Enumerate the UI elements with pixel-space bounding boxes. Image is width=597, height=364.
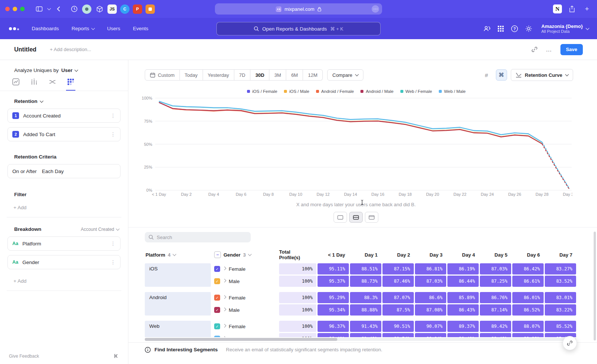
chart-type-select[interactable]: Retention Curve (511, 69, 573, 81)
share-icon[interactable] (567, 4, 577, 14)
retention-criteria-row[interactable]: On or After Each Day (7, 164, 121, 178)
series-checkbox[interactable]: ✓ (214, 295, 220, 301)
platform-cell[interactable]: iOS (145, 263, 211, 287)
breakdown-options-icon[interactable]: ⋮ (110, 241, 116, 247)
table-search-input[interactable]: Search (145, 232, 251, 242)
nav-item-dashboards[interactable]: Dashboards (32, 26, 59, 31)
notion-extension-icon[interactable]: N (553, 4, 562, 13)
breakdown-options-icon[interactable]: ⋮ (110, 259, 116, 265)
gender-column-header[interactable]: − Gender 3 (212, 251, 278, 258)
legend-item[interactable]: Web / Female (400, 89, 432, 94)
annotations-icon[interactable]: # (481, 69, 492, 81)
retention-value-cell[interactable]: 88.07% (512, 321, 544, 332)
nav-item-users[interactable]: Users (107, 26, 120, 31)
report-title[interactable]: Untitled (14, 46, 37, 53)
retention-value-cell[interactable]: 88.51% (350, 263, 381, 274)
copy-link-icon[interactable] (531, 46, 538, 53)
retention-value-cell[interactable]: 83.27% (545, 263, 576, 274)
retention-step-2[interactable]: 2 Added To Cart ⋮ (7, 127, 121, 141)
retention-value-cell[interactable]: 87.25% (480, 276, 511, 287)
legend-item[interactable]: iOS / Female (247, 89, 277, 94)
url-bar[interactable]: mixpanel.com ⋯ (215, 3, 382, 15)
retention-value-cell[interactable]: 86.43% (447, 304, 479, 316)
gender-cell[interactable]: ✓Male (212, 333, 278, 337)
retention-value-cell[interactable]: 86.44% (447, 276, 479, 287)
retention-value-cell[interactable]: 85.89% (447, 292, 479, 303)
tab-retention[interactable] (66, 78, 75, 91)
tab-flows[interactable] (48, 78, 57, 91)
step-options-icon[interactable]: ⋮ (110, 113, 116, 119)
retention-chart[interactable]: 0%25%50%75%100%< 1 DayDay 2Day 4Day 6Day… (140, 94, 572, 199)
series-checkbox[interactable]: ✓ (214, 336, 220, 337)
retention-value-cell[interactable]: 85.52% (545, 321, 576, 332)
breakdown-scope-select[interactable]: Account Created (81, 227, 119, 232)
retention-value-cell[interactable]: 95.37% (318, 276, 349, 287)
tab-insights[interactable] (11, 78, 21, 91)
retention-section-title[interactable]: Retention (14, 98, 121, 104)
scrollbar-thumb[interactable] (145, 338, 337, 341)
retention-value-cell[interactable]: 91.43% (350, 321, 381, 332)
retention-value-cell[interactable]: 90.51% (382, 321, 414, 332)
retention-value-cell[interactable]: 86.61% (512, 276, 544, 287)
collapse-sidebar-icon[interactable] (113, 353, 119, 359)
retention-value-cell[interactable]: 86.52% (512, 304, 544, 316)
retention-value-cell[interactable]: 88.73% (350, 276, 381, 287)
back-button[interactable] (54, 4, 63, 14)
retention-value-cell[interactable]: 83.01% (545, 292, 576, 303)
compare-button[interactable]: Compare (327, 69, 363, 81)
nav-item-events[interactable]: Events (133, 26, 148, 31)
retention-value-cell[interactable]: 87.15% (382, 263, 414, 274)
range-button-12m[interactable]: 12M (303, 69, 322, 81)
gender-cell[interactable]: ✓Male (212, 276, 278, 287)
series-checkbox[interactable]: ✓ (214, 323, 220, 329)
retention-value-cell[interactable]: 89.37% (447, 321, 479, 332)
series-checkbox[interactable]: ✓ (214, 266, 220, 272)
range-button-3m[interactable]: 3M (269, 69, 286, 81)
breakdown-item-gender[interactable]: Aa Gender ⋮ (7, 255, 121, 269)
retention-value-cell[interactable]: 90.14% (415, 333, 446, 337)
retention-value-cell[interactable]: 95.34% (318, 304, 349, 316)
breakdown-item-platform[interactable]: Aa Platform ⋮ (7, 236, 121, 251)
retention-value-cell[interactable]: 95.11% (318, 263, 349, 274)
retention-value-cell[interactable]: 87.03% (415, 276, 446, 287)
retention-value-cell[interactable]: 87.5% (382, 304, 414, 316)
select-all-checkbox[interactable]: − (214, 251, 221, 258)
retention-value-cell[interactable]: 87.14% (480, 304, 511, 316)
retention-value-cell[interactable]: 87.07% (382, 292, 414, 303)
expand-row-icon[interactable] (223, 324, 226, 328)
retention-value-cell[interactable]: 87.03% (480, 263, 511, 274)
help-icon[interactable]: ? (511, 25, 518, 32)
platform-cell[interactable]: Web (145, 321, 211, 337)
range-button-30d[interactable]: 30D (250, 69, 269, 81)
expand-row-icon[interactable] (223, 267, 226, 270)
new-tab-button[interactable]: + (582, 4, 592, 14)
project-switcher[interactable]: Amazonia {Demo} All Project Data (541, 23, 589, 34)
expand-row-icon[interactable] (223, 308, 226, 311)
extension-icon-6[interactable]: P (133, 4, 142, 14)
retention-value-cell[interactable]: 88.12% (512, 333, 544, 337)
breakdown-add-button[interactable]: + Add (13, 278, 121, 284)
filter-add-button[interactable]: + Add (13, 205, 121, 210)
traffic-lights[interactable] (5, 7, 25, 11)
legend-item[interactable]: Web / Male (439, 89, 466, 94)
retention-step-1[interactable]: 1 Account Created ⋮ (7, 109, 121, 123)
range-button-yesterday[interactable]: Yesterday (203, 69, 234, 81)
close-window-button[interactable] (5, 7, 10, 11)
analyze-entity-select[interactable]: User (61, 68, 72, 73)
retention-value-cell[interactable]: 91.41% (350, 333, 381, 337)
extension-icon-2[interactable] (82, 4, 91, 14)
layout-table-only-button[interactable] (365, 212, 378, 223)
extension-icon-4[interactable]: JS (107, 4, 117, 14)
retention-value-cell[interactable]: 87.46% (382, 276, 414, 287)
retention-value-cell[interactable]: 87.08% (415, 304, 446, 316)
criteria-value-select[interactable]: Each Day (42, 169, 64, 174)
range-button-today[interactable]: Today (180, 69, 203, 81)
retention-value-cell[interactable]: 89.42% (480, 321, 511, 332)
settings-gear-icon[interactable] (525, 25, 532, 32)
sidebar-toggle-icon[interactable] (34, 4, 44, 14)
retention-value-cell[interactable]: 88.88% (350, 304, 381, 316)
retention-value-cell[interactable]: 83.22% (545, 304, 576, 316)
legend-item[interactable]: Android / Female (316, 89, 354, 94)
extension-icon-1[interactable] (69, 4, 79, 14)
vertical-scrollbar[interactable] (594, 232, 596, 341)
